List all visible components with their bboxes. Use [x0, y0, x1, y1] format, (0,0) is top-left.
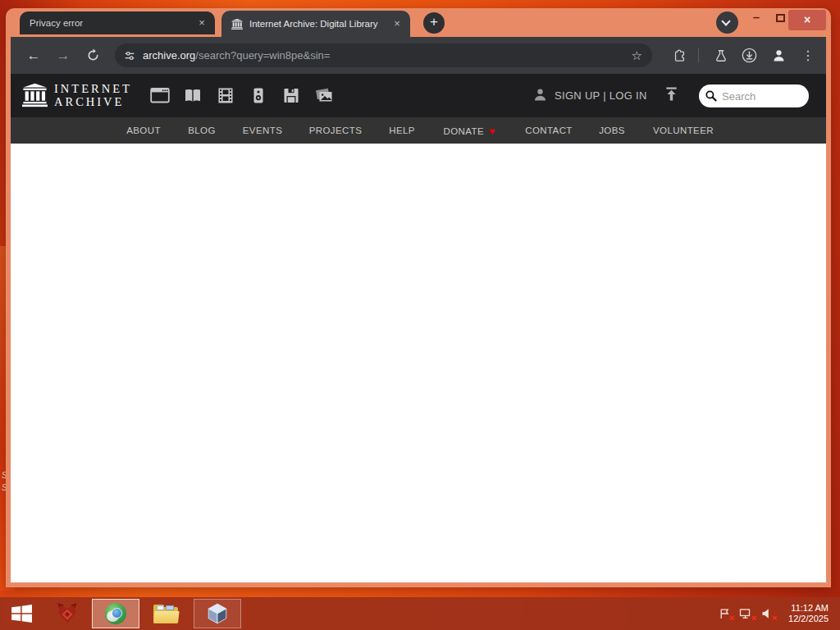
clock-date: 12/2/2025	[788, 614, 829, 625]
minimize-button[interactable]: –	[747, 11, 765, 26]
internet-archive-logo[interactable]	[22, 82, 48, 112]
taskbar-chrome-icon[interactable]	[92, 599, 139, 628]
audio-speaker-icon[interactable]	[249, 87, 268, 104]
donate-heart-icon: ♥	[489, 126, 495, 137]
profile-avatar-icon[interactable]	[767, 37, 790, 74]
error-x-badge: ×	[751, 614, 756, 623]
new-tab-button[interactable]: +	[423, 12, 445, 34]
browser-titlebar[interactable]: Privacy error × Internet Archive: Digita…	[6, 8, 831, 37]
tab-search-button[interactable]	[716, 11, 738, 34]
nav-blog[interactable]: BLOG	[188, 126, 216, 135]
ia-search-input[interactable]	[722, 90, 800, 103]
toolbar-divider	[698, 48, 699, 62]
restore-icon	[776, 14, 785, 22]
close-window-button[interactable]: ×	[788, 10, 826, 30]
nav-jobs[interactable]: JOBS	[599, 126, 625, 135]
network-status-icon[interactable]: ×	[739, 608, 752, 619]
ia-search-box[interactable]	[699, 84, 809, 107]
extensions-puzzle-icon[interactable]	[668, 37, 691, 74]
labs-flask-icon[interactable]	[710, 37, 733, 74]
internet-archive-wordmark[interactable]: INTERNET ARCHIVE	[54, 83, 132, 108]
web-icon[interactable]	[150, 87, 170, 104]
taskbar: × × × 11:12 AM 12/2/2025	[0, 597, 840, 630]
downloads-icon[interactable]	[737, 37, 760, 74]
close-tab-icon[interactable]: ×	[390, 17, 404, 30]
bookmark-star-icon[interactable]: ☆	[632, 48, 642, 63]
back-button[interactable]: ←	[22, 37, 45, 74]
software-floppy-icon[interactable]	[281, 87, 301, 104]
wordmark-line2: ARCHIVE	[54, 96, 132, 109]
cube-icon	[206, 602, 229, 625]
action-center-flag-icon[interactable]: ×	[719, 608, 730, 619]
tab-privacy-error[interactable]: Privacy error ×	[20, 11, 215, 34]
url-bar[interactable]: archive.org/search?query=win8pe&sin= ☆	[115, 43, 652, 67]
error-x-badge: ×	[729, 614, 734, 623]
url-text[interactable]: archive.org/search?query=win8pe&sin=	[143, 49, 625, 62]
chrome-logo-icon	[105, 603, 126, 624]
desktop: S S Privacy error × Internet Archive: Di…	[0, 0, 840, 630]
page-content-blank	[11, 144, 826, 582]
nav-projects[interactable]: PROJECTS	[309, 126, 363, 135]
close-tab-icon[interactable]: ×	[195, 16, 208, 30]
wordmark-line1: INTERNET	[54, 83, 132, 96]
windows-logo-icon	[11, 605, 32, 623]
upload-icon[interactable]	[664, 86, 678, 105]
internet-archive-nav: ABOUT BLOG EVENTS PROJECTS HELP DONATE♥ …	[11, 117, 826, 144]
browser-toolbar: ← → archive.org/search?query=win8pe&sin=…	[11, 37, 826, 74]
nav-about[interactable]: ABOUT	[126, 126, 161, 135]
clock-time: 11:12 AM	[788, 603, 829, 614]
system-tray: × × × 11:12 AM 12/2/2025	[719, 603, 829, 625]
menu-dots-icon[interactable]: ⋮	[800, 37, 816, 74]
account-person-icon[interactable]	[533, 88, 547, 105]
browser-window: Privacy error × Internet Archive: Digita…	[6, 8, 831, 587]
nav-volunteer[interactable]: VOLUNTEER	[653, 126, 714, 135]
tab-title: Internet Archive: Digital Library	[249, 19, 386, 29]
forward-button[interactable]: →	[52, 37, 75, 74]
signup-login-link[interactable]: SIGN UP | LOG IN	[555, 89, 647, 102]
taskbar-virtualbox-icon[interactable]	[194, 599, 241, 628]
chevron-down-icon	[721, 16, 730, 25]
internet-archive-favicon	[231, 19, 243, 30]
taskbar-red-app-icon[interactable]	[49, 599, 85, 628]
images-photo-icon[interactable]	[314, 87, 334, 104]
nav-donate[interactable]: DONATE♥	[444, 126, 495, 137]
nav-events[interactable]: EVENTS	[243, 126, 282, 135]
taskbar-clock[interactable]: 11:12 AM 12/2/2025	[788, 603, 829, 625]
texts-book-icon[interactable]	[183, 87, 203, 104]
internet-archive-header: INTERNET ARCHIVE	[11, 74, 826, 117]
media-type-icons	[150, 87, 334, 104]
start-button[interactable]	[7, 599, 36, 628]
reload-button[interactable]	[81, 37, 104, 74]
taskbar-file-explorer-icon[interactable]	[144, 599, 187, 628]
tab-internet-archive[interactable]: Internet Archive: Digital Library ×	[221, 11, 410, 37]
muted-x-badge: ×	[772, 614, 777, 623]
folder-icon	[153, 605, 178, 623]
nav-help[interactable]: HELP	[389, 126, 415, 135]
tab-title: Privacy error	[30, 18, 190, 28]
search-icon	[705, 89, 718, 103]
nav-donate-label: DONATE	[444, 126, 484, 136]
video-film-icon[interactable]	[216, 87, 235, 104]
volume-muted-icon[interactable]: ×	[761, 608, 773, 619]
maximize-button[interactable]	[772, 14, 788, 25]
nav-contact[interactable]: CONTACT	[525, 126, 573, 135]
site-settings-icon[interactable]	[123, 49, 136, 62]
